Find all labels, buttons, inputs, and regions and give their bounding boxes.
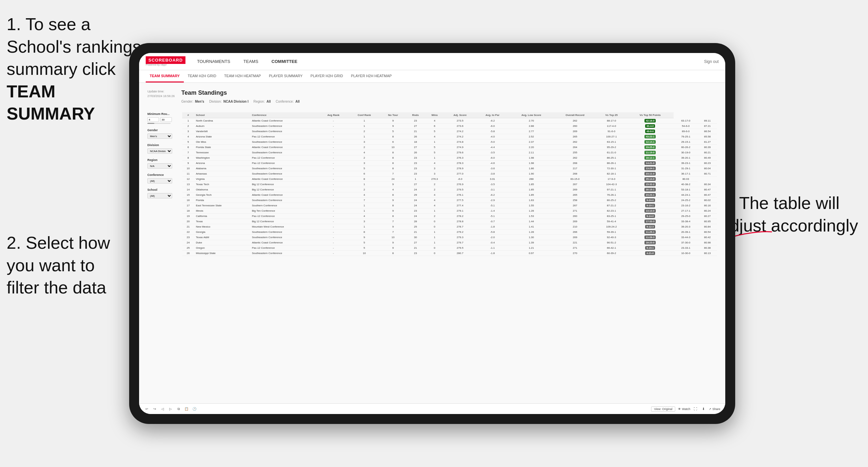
table-row[interactable]: 20TexasBig 12 Conference-37280278.8-0.71… [182, 219, 717, 224]
instruction-3: 3. The table will adjust accordingly [720, 192, 858, 237]
conference-select[interactable]: (All) [147, 178, 172, 184]
cell-5-4: 2 [348, 145, 380, 150]
table-row[interactable]: 25OregonPac-12 Conference-59210279.5-1.1… [182, 245, 717, 251]
tab-team-summary[interactable]: TEAM SUMMARY [146, 70, 184, 83]
forward-icon[interactable]: ▷ [168, 406, 173, 412]
copy-icon[interactable]: ⧉ [176, 406, 181, 412]
cell-13-11: 269 [554, 187, 596, 192]
rounds-slider[interactable] [147, 123, 170, 124]
cell-5-15: 80.39 [698, 145, 717, 150]
cell-20-11: 210 [554, 224, 596, 229]
cell-7-7: 1 [425, 155, 444, 161]
table-row[interactable]: 24DukeAtlantic Coast Conference-59271279… [182, 240, 717, 245]
paste-icon[interactable]: 📋 [184, 406, 189, 412]
cell-5-3: - [318, 145, 348, 150]
table-row[interactable]: 8WashingtonPac-12 Conference-28231276.3-… [182, 155, 717, 161]
table-row[interactable]: 23Texas A&MSoutheastern Conference-91030… [182, 235, 717, 240]
cell-1-5: 9 [380, 124, 406, 129]
table-row[interactable]: 15Georgia TechAtlantic Coast Conference-… [182, 192, 717, 198]
cell-15-9: -2.9 [476, 198, 509, 203]
cell-12-15: 80.34 [698, 182, 717, 187]
min-rounds-max-input[interactable] [160, 117, 172, 122]
table-row[interactable]: 10AlabamaSoutheastern Conference-5823327… [182, 166, 717, 171]
tab-player-h2h-heatmap[interactable]: PLAYER H2H HEATMAP [347, 70, 396, 83]
cell-2-14: 89-6-0 [674, 129, 698, 134]
cell-25-12: 60-39-2 [596, 251, 627, 256]
back-icon[interactable]: ◁ [160, 406, 165, 412]
table-row[interactable]: 7TennesseeSoutheastern Conference-482652… [182, 150, 717, 155]
gender-select[interactable]: Men's [147, 133, 172, 139]
cell-14-7: 4 [425, 192, 444, 198]
table-row[interactable]: 21New MexicoMountain West Conference-192… [182, 224, 717, 229]
cell-12-2: Big 12 Conference [250, 182, 318, 187]
table-row[interactable]: 11ArkansasSoutheastern Conference-672332… [182, 171, 717, 177]
cell-12-1: Texas Tech [194, 182, 250, 187]
table-row[interactable]: 9ArizonaPac-12 Conference-38234278.3-4.6… [182, 161, 717, 166]
cell-3-9: -4.0 [476, 134, 509, 139]
tab-team-h2h-heatmap[interactable]: TEAM H2H HEATMAP [220, 70, 265, 83]
region-value: All [267, 100, 271, 103]
cell-24-11: 271 [554, 245, 596, 251]
cell-14-14: 44-24-1 [674, 192, 698, 198]
school-select[interactable]: (All) [147, 193, 172, 198]
clock-icon[interactable]: 🕐 [192, 406, 197, 412]
region-select[interactable]: N/A [147, 163, 172, 168]
cell-23-7: 1 [425, 240, 444, 245]
cell-4-11: 262 [554, 139, 596, 145]
expand-icon[interactable]: ⛶ [693, 406, 698, 412]
cell-10-12: 82-18-1 [596, 171, 627, 177]
sign-out-link[interactable]: Sign out [704, 59, 719, 64]
cell-9-1: Alabama [194, 166, 250, 171]
table-row[interactable]: 5Ole MissSoutheastern Conference-3618127… [182, 139, 717, 145]
table-row[interactable]: 18IllinoisBig Ten Conference-19231279.1-… [182, 208, 717, 214]
table-row[interactable]: 22GeorgiaSoutheastern Conference-8721127… [182, 229, 717, 235]
table-row[interactable]: 6Florida StateAtlantic Coast Conference-… [182, 145, 717, 150]
tab-team-h2h-grid[interactable]: TEAM H2H GRID [184, 70, 220, 83]
nav-committee[interactable]: COMMITTEE [270, 54, 299, 69]
table-row[interactable]: 12VirginiaAtlantic Coast Conference-8241… [182, 177, 717, 182]
cell-15-7: 4 [425, 198, 444, 203]
table-row[interactable]: 16FloridaSoutheastern Conference-7924427… [182, 198, 717, 203]
table-row[interactable]: 1North CarolinaAtlantic Coast Conference… [182, 118, 717, 124]
min-rounds-min-input[interactable] [147, 117, 159, 122]
cell-15-8: 277.5 [444, 198, 476, 203]
table-row[interactable]: 2AuburnSoutheastern Conference-19276273.… [182, 124, 717, 129]
cell-12-5: 9 [380, 182, 406, 187]
table-row[interactable]: 13Texas TechBig 12 Conference-19272276.9… [182, 182, 717, 187]
table-row[interactable]: 17East Tennessee StateSouthern Conferenc… [182, 203, 717, 208]
tab-player-h2h-grid[interactable]: PLAYER H2H GRID [307, 70, 347, 83]
cell-7-12: 86-25-1 [596, 155, 627, 161]
division-select[interactable]: NCAA Division I [147, 148, 172, 154]
cell-11-10: 288 [509, 177, 554, 182]
table-row[interactable]: 3VanderbiltSoutheastern Conference-25215… [182, 129, 717, 134]
cell-1-14: 54-6-0 [674, 124, 698, 129]
gender-value: Men's [195, 100, 204, 103]
redo-icon[interactable]: ↪ [152, 406, 157, 412]
nav-tournaments[interactable]: TOURNAMENTS [195, 54, 232, 69]
cell-9-0: 10 [182, 166, 194, 171]
instruction-3-line2: adjust accordingly [720, 216, 858, 235]
cell-2-11: 269 [554, 129, 596, 134]
cell-3-4: 1 [348, 134, 380, 139]
share-button[interactable]: ↗ Share [709, 407, 720, 411]
table-row[interactable]: 4Arizona StatePac-12 Conference-18264274… [182, 134, 717, 139]
col-no-tour: No Tour [380, 112, 406, 118]
cell-21-4: 8 [348, 229, 380, 235]
cell-7-2: Pac-12 Conference [250, 155, 318, 161]
download-icon[interactable]: ⬇ [701, 406, 706, 412]
instruction-2-line3: filter the data [7, 278, 106, 297]
watch-button[interactable]: 👁 Watch [678, 407, 690, 411]
cell-8-10: 1.98 [509, 161, 554, 166]
table-row[interactable]: 19CaliforniaPac-12 Conference-48242278.2… [182, 214, 717, 219]
view-original-button[interactable]: View: Original [651, 406, 675, 412]
table-row[interactable]: 26Mississippi StateSoutheastern Conferen… [182, 251, 717, 256]
cell-16-11: 267 [554, 203, 596, 208]
undo-icon[interactable]: ↩ [144, 406, 149, 412]
tab-player-summary[interactable]: PLAYER SUMMARY [265, 70, 307, 83]
nav-teams[interactable]: TEAMS [242, 54, 260, 69]
table-row[interactable]: 14OklahomaBig 12 Conference-24242279.5-3… [182, 187, 717, 192]
col-rank: # [182, 112, 194, 118]
conference-filter-display: Conference: All [276, 100, 299, 103]
cell-10-4: 6 [348, 171, 380, 177]
update-time-value: 27/03/2024 16:56:26 [147, 94, 175, 99]
